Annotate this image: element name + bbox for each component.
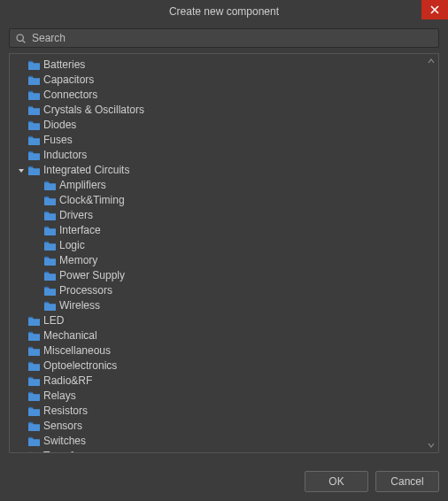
search-input[interactable]: [32, 32, 433, 44]
category-tree[interactable]: BatteriesCapacitorsConnectorsCrystals & …: [10, 54, 438, 452]
tree-item-label: Memory: [59, 253, 97, 268]
category-tree-panel: BatteriesCapacitorsConnectorsCrystals & …: [9, 53, 439, 453]
tree-item-label: Crystals & Oscillators: [43, 103, 144, 118]
tree-item-label: Sensors: [43, 419, 82, 434]
tree-item[interactable]: Amplifiers: [10, 178, 438, 193]
scroll-down[interactable]: [426, 440, 436, 451]
tree-item-label: Amplifiers: [59, 178, 106, 193]
ok-button[interactable]: OK: [305, 471, 368, 492]
expander-open-icon[interactable]: [17, 167, 26, 174]
folder-icon: [43, 210, 57, 221]
tree-item-label: Resistors: [43, 404, 88, 419]
cancel-button[interactable]: Cancel: [375, 471, 439, 492]
tree-item[interactable]: Mechanical: [10, 328, 438, 343]
tree-item[interactable]: Drivers: [10, 208, 438, 223]
folder-icon: [43, 195, 57, 206]
tree-item-label: Batteries: [43, 58, 85, 73]
folder-icon: [27, 104, 41, 116]
tree-item-label: Miscellaneous: [43, 343, 111, 358]
folder-icon: [43, 300, 57, 312]
close-icon: [430, 5, 439, 14]
tree-item-label: Diodes: [43, 118, 76, 133]
folder-icon: [43, 285, 57, 297]
tree-item[interactable]: Relays: [10, 389, 438, 404]
tree-item-label: Transformers: [43, 449, 106, 452]
tree-item-label: Wireless: [59, 298, 100, 313]
folder-icon: [27, 345, 41, 357]
tree-item-label: Optoelectronics: [43, 358, 117, 374]
tree-item-label: Mechanical: [43, 328, 97, 343]
folder-icon: [43, 225, 57, 236]
tree-item-label: Switches: [43, 434, 86, 449]
tree-item[interactable]: Clock&Timing: [10, 193, 438, 208]
folder-icon: [27, 119, 41, 131]
tree-item-label: Interface: [59, 223, 101, 238]
tree-item-label: Power Supply: [59, 268, 125, 283]
folder-icon: [27, 59, 41, 71]
tree-item[interactable]: Interface: [10, 223, 438, 238]
dialog-button-bar: OK Cancel: [0, 462, 448, 501]
tree-item[interactable]: Transformers: [10, 449, 438, 452]
tree-item[interactable]: Wireless: [10, 298, 438, 313]
tree-item[interactable]: Capacitors: [10, 73, 438, 88]
folder-icon: [27, 135, 41, 146]
folder-icon: [27, 420, 41, 432]
folder-icon: [43, 270, 57, 281]
tree-item-label: Capacitors: [43, 73, 94, 88]
tree-item-label: Processors: [59, 283, 112, 298]
tree-item[interactable]: Connectors: [10, 88, 438, 103]
tree-item[interactable]: Power Supply: [10, 268, 438, 283]
search-field[interactable]: [9, 28, 439, 48]
tree-item-label: Radio&RF: [43, 374, 92, 389]
scroll-up[interactable]: [426, 56, 436, 66]
tree-item-label: Clock&Timing: [59, 193, 125, 208]
folder-icon: [27, 390, 41, 402]
tree-item[interactable]: Resistors: [10, 404, 438, 419]
folder-icon: [27, 165, 41, 176]
tree-item-label: Integrated Circuits: [43, 163, 129, 178]
tree-item[interactable]: Switches: [10, 434, 438, 449]
tree-item[interactable]: Inductors: [10, 148, 438, 163]
tree-item-label: Relays: [43, 389, 76, 404]
tree-item[interactable]: Optoelectronics: [10, 358, 438, 374]
folder-icon: [43, 240, 57, 251]
tree-item[interactable]: LED: [10, 313, 438, 328]
tree-item-label: LED: [43, 313, 64, 328]
tree-item[interactable]: Crystals & Oscillators: [10, 103, 438, 118]
folder-icon: [43, 180, 57, 191]
folder-icon: [43, 255, 57, 266]
folder-icon: [27, 330, 41, 342]
folder-icon: [27, 89, 41, 101]
folder-icon: [27, 150, 41, 161]
tree-item[interactable]: Processors: [10, 283, 438, 298]
tree-item[interactable]: Fuses: [10, 133, 438, 148]
folder-icon: [27, 435, 41, 447]
folder-icon: [27, 375, 41, 387]
tree-item-label: Drivers: [59, 208, 93, 223]
tree-item[interactable]: Diodes: [10, 118, 438, 133]
titlebar: Create new component: [0, 0, 448, 23]
tree-item-label: Inductors: [43, 148, 87, 163]
svg-point-0: [17, 35, 23, 41]
folder-icon: [27, 405, 41, 417]
folder-icon: [27, 74, 41, 86]
folder-icon: [27, 360, 41, 372]
tree-item[interactable]: Integrated Circuits: [10, 163, 438, 178]
tree-item[interactable]: Logic: [10, 238, 438, 253]
tree-item-label: Fuses: [43, 133, 73, 148]
tree-item-label: Logic: [59, 238, 85, 253]
folder-icon: [27, 451, 41, 452]
svg-line-1: [23, 40, 26, 42]
tree-item[interactable]: Sensors: [10, 419, 438, 434]
search-icon: [15, 33, 27, 44]
tree-item[interactable]: Memory: [10, 253, 438, 268]
tree-item-label: Connectors: [43, 88, 97, 103]
tree-item[interactable]: Miscellaneous: [10, 343, 438, 358]
tree-item[interactable]: Batteries: [10, 58, 438, 73]
window-title: Create new component: [169, 5, 279, 18]
tree-item[interactable]: Radio&RF: [10, 374, 438, 389]
close-button[interactable]: [421, 0, 448, 19]
folder-icon: [27, 315, 41, 327]
